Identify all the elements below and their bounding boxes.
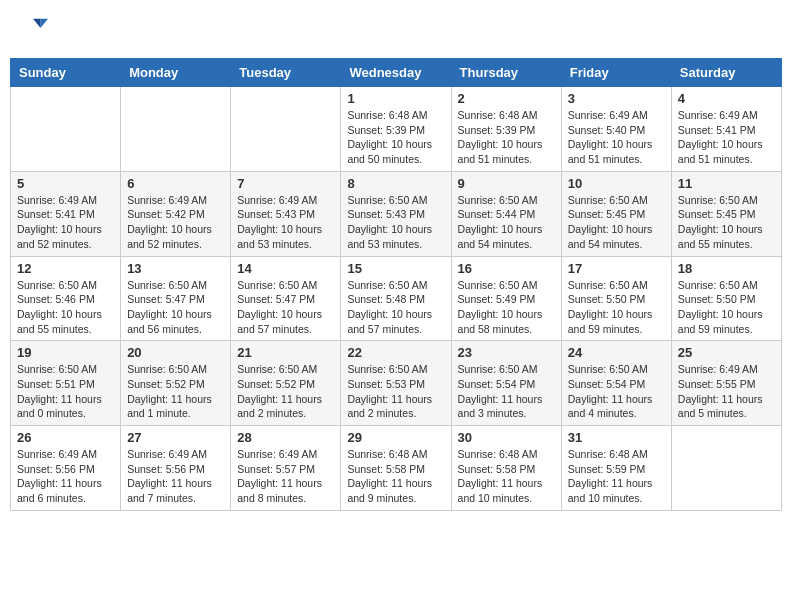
calendar-cell: 21Sunrise: 6:50 AM Sunset: 5:52 PM Dayli…	[231, 341, 341, 426]
column-header-monday: Monday	[121, 59, 231, 87]
calendar-cell: 27Sunrise: 6:49 AM Sunset: 5:56 PM Dayli…	[121, 426, 231, 511]
calendar-cell: 23Sunrise: 6:50 AM Sunset: 5:54 PM Dayli…	[451, 341, 561, 426]
day-number: 11	[678, 176, 775, 191]
svg-marker-0	[41, 19, 48, 28]
calendar-cell: 15Sunrise: 6:50 AM Sunset: 5:48 PM Dayli…	[341, 256, 451, 341]
day-info: Sunrise: 6:49 AM Sunset: 5:55 PM Dayligh…	[678, 362, 775, 421]
calendar-cell	[231, 87, 341, 172]
calendar-cell: 2Sunrise: 6:48 AM Sunset: 5:39 PM Daylig…	[451, 87, 561, 172]
day-number: 12	[17, 261, 114, 276]
day-number: 31	[568, 430, 665, 445]
day-number: 20	[127, 345, 224, 360]
day-info: Sunrise: 6:48 AM Sunset: 5:59 PM Dayligh…	[568, 447, 665, 506]
calendar-cell	[11, 87, 121, 172]
calendar-cell: 5Sunrise: 6:49 AM Sunset: 5:41 PM Daylig…	[11, 171, 121, 256]
day-info: Sunrise: 6:50 AM Sunset: 5:50 PM Dayligh…	[678, 278, 775, 337]
day-number: 30	[458, 430, 555, 445]
calendar-cell: 20Sunrise: 6:50 AM Sunset: 5:52 PM Dayli…	[121, 341, 231, 426]
calendar-cell: 22Sunrise: 6:50 AM Sunset: 5:53 PM Dayli…	[341, 341, 451, 426]
column-header-wednesday: Wednesday	[341, 59, 451, 87]
day-number: 27	[127, 430, 224, 445]
calendar-cell: 6Sunrise: 6:49 AM Sunset: 5:42 PM Daylig…	[121, 171, 231, 256]
calendar-cell: 1Sunrise: 6:48 AM Sunset: 5:39 PM Daylig…	[341, 87, 451, 172]
day-number: 14	[237, 261, 334, 276]
calendar-week-row: 12Sunrise: 6:50 AM Sunset: 5:46 PM Dayli…	[11, 256, 782, 341]
day-info: Sunrise: 6:48 AM Sunset: 5:58 PM Dayligh…	[458, 447, 555, 506]
day-info: Sunrise: 6:49 AM Sunset: 5:57 PM Dayligh…	[237, 447, 334, 506]
day-info: Sunrise: 6:50 AM Sunset: 5:45 PM Dayligh…	[568, 193, 665, 252]
calendar-cell: 16Sunrise: 6:50 AM Sunset: 5:49 PM Dayli…	[451, 256, 561, 341]
calendar: SundayMondayTuesdayWednesdayThursdayFrid…	[10, 58, 782, 511]
day-number: 17	[568, 261, 665, 276]
calendar-cell: 17Sunrise: 6:50 AM Sunset: 5:50 PM Dayli…	[561, 256, 671, 341]
day-number: 15	[347, 261, 444, 276]
calendar-cell: 14Sunrise: 6:50 AM Sunset: 5:47 PM Dayli…	[231, 256, 341, 341]
day-info: Sunrise: 6:49 AM Sunset: 5:56 PM Dayligh…	[17, 447, 114, 506]
day-number: 7	[237, 176, 334, 191]
day-info: Sunrise: 6:50 AM Sunset: 5:52 PM Dayligh…	[237, 362, 334, 421]
day-number: 16	[458, 261, 555, 276]
day-number: 10	[568, 176, 665, 191]
day-info: Sunrise: 6:50 AM Sunset: 5:46 PM Dayligh…	[17, 278, 114, 337]
day-info: Sunrise: 6:50 AM Sunset: 5:52 PM Dayligh…	[127, 362, 224, 421]
day-info: Sunrise: 6:49 AM Sunset: 5:56 PM Dayligh…	[127, 447, 224, 506]
day-number: 18	[678, 261, 775, 276]
day-number: 6	[127, 176, 224, 191]
column-header-friday: Friday	[561, 59, 671, 87]
day-number: 21	[237, 345, 334, 360]
calendar-cell	[121, 87, 231, 172]
calendar-cell	[671, 426, 781, 511]
calendar-cell: 10Sunrise: 6:50 AM Sunset: 5:45 PM Dayli…	[561, 171, 671, 256]
day-number: 8	[347, 176, 444, 191]
day-info: Sunrise: 6:49 AM Sunset: 5:41 PM Dayligh…	[678, 108, 775, 167]
calendar-cell: 4Sunrise: 6:49 AM Sunset: 5:41 PM Daylig…	[671, 87, 781, 172]
calendar-cell: 9Sunrise: 6:50 AM Sunset: 5:44 PM Daylig…	[451, 171, 561, 256]
calendar-cell: 12Sunrise: 6:50 AM Sunset: 5:46 PM Dayli…	[11, 256, 121, 341]
day-info: Sunrise: 6:50 AM Sunset: 5:54 PM Dayligh…	[458, 362, 555, 421]
day-info: Sunrise: 6:50 AM Sunset: 5:54 PM Dayligh…	[568, 362, 665, 421]
calendar-cell: 30Sunrise: 6:48 AM Sunset: 5:58 PM Dayli…	[451, 426, 561, 511]
calendar-cell: 25Sunrise: 6:49 AM Sunset: 5:55 PM Dayli…	[671, 341, 781, 426]
day-info: Sunrise: 6:48 AM Sunset: 5:58 PM Dayligh…	[347, 447, 444, 506]
calendar-cell: 7Sunrise: 6:49 AM Sunset: 5:43 PM Daylig…	[231, 171, 341, 256]
day-number: 4	[678, 91, 775, 106]
calendar-cell: 8Sunrise: 6:50 AM Sunset: 5:43 PM Daylig…	[341, 171, 451, 256]
calendar-week-row: 19Sunrise: 6:50 AM Sunset: 5:51 PM Dayli…	[11, 341, 782, 426]
day-info: Sunrise: 6:50 AM Sunset: 5:43 PM Dayligh…	[347, 193, 444, 252]
day-number: 25	[678, 345, 775, 360]
calendar-week-row: 5Sunrise: 6:49 AM Sunset: 5:41 PM Daylig…	[11, 171, 782, 256]
header	[10, 10, 782, 48]
svg-marker-1	[33, 19, 40, 28]
day-info: Sunrise: 6:49 AM Sunset: 5:42 PM Dayligh…	[127, 193, 224, 252]
day-info: Sunrise: 6:50 AM Sunset: 5:53 PM Dayligh…	[347, 362, 444, 421]
day-number: 29	[347, 430, 444, 445]
day-info: Sunrise: 6:48 AM Sunset: 5:39 PM Dayligh…	[347, 108, 444, 167]
day-number: 22	[347, 345, 444, 360]
day-info: Sunrise: 6:49 AM Sunset: 5:41 PM Dayligh…	[17, 193, 114, 252]
column-header-thursday: Thursday	[451, 59, 561, 87]
calendar-cell: 29Sunrise: 6:48 AM Sunset: 5:58 PM Dayli…	[341, 426, 451, 511]
calendar-cell: 28Sunrise: 6:49 AM Sunset: 5:57 PM Dayli…	[231, 426, 341, 511]
day-info: Sunrise: 6:50 AM Sunset: 5:49 PM Dayligh…	[458, 278, 555, 337]
column-header-tuesday: Tuesday	[231, 59, 341, 87]
column-header-saturday: Saturday	[671, 59, 781, 87]
day-info: Sunrise: 6:50 AM Sunset: 5:47 PM Dayligh…	[237, 278, 334, 337]
day-info: Sunrise: 6:50 AM Sunset: 5:47 PM Dayligh…	[127, 278, 224, 337]
calendar-cell: 19Sunrise: 6:50 AM Sunset: 5:51 PM Dayli…	[11, 341, 121, 426]
day-info: Sunrise: 6:48 AM Sunset: 5:39 PM Dayligh…	[458, 108, 555, 167]
day-number: 2	[458, 91, 555, 106]
calendar-cell: 3Sunrise: 6:49 AM Sunset: 5:40 PM Daylig…	[561, 87, 671, 172]
day-number: 26	[17, 430, 114, 445]
calendar-cell: 18Sunrise: 6:50 AM Sunset: 5:50 PM Dayli…	[671, 256, 781, 341]
calendar-cell: 11Sunrise: 6:50 AM Sunset: 5:45 PM Dayli…	[671, 171, 781, 256]
day-info: Sunrise: 6:50 AM Sunset: 5:48 PM Dayligh…	[347, 278, 444, 337]
column-header-sunday: Sunday	[11, 59, 121, 87]
day-number: 19	[17, 345, 114, 360]
calendar-header-row: SundayMondayTuesdayWednesdayThursdayFrid…	[11, 59, 782, 87]
day-info: Sunrise: 6:49 AM Sunset: 5:40 PM Dayligh…	[568, 108, 665, 167]
day-info: Sunrise: 6:50 AM Sunset: 5:44 PM Dayligh…	[458, 193, 555, 252]
day-info: Sunrise: 6:50 AM Sunset: 5:51 PM Dayligh…	[17, 362, 114, 421]
logo-icon	[20, 15, 48, 43]
day-number: 3	[568, 91, 665, 106]
day-info: Sunrise: 6:50 AM Sunset: 5:45 PM Dayligh…	[678, 193, 775, 252]
